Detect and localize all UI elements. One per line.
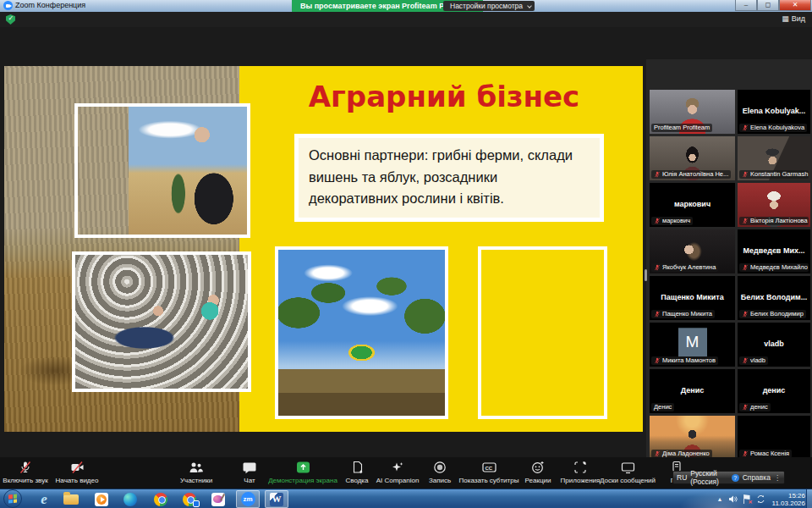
edge-icon bbox=[123, 493, 137, 506]
window-titlebar: Zoom Конференция Вы просматриваете экран… bbox=[0, 0, 812, 12]
participant-label: денис bbox=[750, 403, 768, 411]
participant-label: Якобчук Алевтина bbox=[662, 263, 716, 272]
participant-tile-konstantin[interactable]: Konstantin Garmash bbox=[738, 136, 810, 180]
ai-companion-button[interactable]: AI Companion bbox=[368, 460, 427, 487]
slide-title: Аграрний бізнес bbox=[250, 80, 639, 113]
captions-button[interactable]: CC Показать субтитры bbox=[453, 460, 525, 487]
muted-mic-icon bbox=[742, 357, 749, 364]
participant-tile-profiteam[interactable]: Profiteam Profiteam bbox=[650, 90, 735, 134]
muted-mic-icon bbox=[654, 264, 661, 271]
help-icon[interactable]: ? bbox=[732, 474, 739, 482]
participant-tile-denis-2[interactable]: денис денис bbox=[738, 369, 810, 413]
whiteboards-label: Доски сообщений bbox=[592, 477, 663, 484]
participants-button[interactable]: Участники bbox=[169, 460, 223, 487]
sync-icon[interactable] bbox=[756, 494, 765, 504]
taskbar-chrome[interactable] bbox=[149, 490, 173, 508]
zoom-app-icon bbox=[3, 1, 13, 10]
help-label[interactable]: Справка bbox=[743, 473, 771, 482]
unmute-button[interactable]: Включить звук bbox=[1, 460, 50, 487]
participant-name-center: Белих Володим... bbox=[738, 293, 810, 301]
participant-tile-yulia[interactable]: Юлія Анатоліївна Не... bbox=[650, 136, 735, 180]
participants-label: Участники bbox=[169, 477, 223, 484]
participant-label: Elena Kobulyakova bbox=[750, 124, 804, 132]
muted-mic-icon bbox=[654, 171, 661, 178]
language-bar[interactable]: RU Русский (Россия) ? Справка ⋮ bbox=[672, 471, 785, 484]
taskbar-file-explorer[interactable] bbox=[59, 490, 83, 508]
participant-name-center: маркович bbox=[650, 200, 735, 208]
start-button[interactable] bbox=[3, 489, 22, 508]
participant-label: маркович bbox=[662, 217, 690, 225]
taskbar-clock[interactable]: 15:2611.03.2026 bbox=[772, 492, 805, 507]
participant-tile-belykh[interactable]: Белих Володим... Белих Володимир bbox=[738, 276, 810, 320]
presentation-slide: Аграрний бізнес Основні партнери: грибні… bbox=[4, 66, 643, 432]
word-icon: W bbox=[270, 493, 283, 506]
windows-logo-icon bbox=[8, 494, 17, 503]
taskbar-media-player[interactable] bbox=[90, 490, 113, 508]
captions-label: Показать субтитры bbox=[453, 477, 525, 484]
system-tray: ▲ 15:2611.03.2026 bbox=[717, 489, 805, 508]
chat-button[interactable]: Чат bbox=[233, 460, 266, 487]
whiteboards-button[interactable]: Доски сообщений bbox=[592, 460, 663, 487]
participant-tile-denis-1[interactable]: Денис Денис bbox=[650, 369, 735, 413]
muted-mic-icon bbox=[654, 450, 661, 457]
slide-text-box: Основні партнери: грибні ферми, склади в… bbox=[294, 134, 604, 222]
hidden-icons-arrow[interactable]: ▲ bbox=[717, 496, 723, 502]
action-center-flag-icon[interactable] bbox=[743, 494, 751, 504]
taskbar-zoom-active[interactable]: zm bbox=[236, 490, 260, 508]
participant-name-center: Медведєв Мих... bbox=[738, 246, 810, 255]
muted-mic-icon bbox=[654, 218, 661, 224]
start-video-button[interactable]: Начать видео bbox=[50, 460, 104, 487]
speaker-icon[interactable] bbox=[728, 494, 738, 504]
window-title: Zoom Конференция bbox=[15, 1, 85, 9]
muted-mic-icon bbox=[654, 357, 661, 364]
participant-tile-yakobchuk[interactable]: Якобчук Алевтина bbox=[650, 229, 735, 273]
windows-taskbar: e zm W ▲ 15:2611.03.2026 bbox=[0, 489, 812, 508]
participants-icon bbox=[169, 461, 223, 476]
taskbar-edge[interactable] bbox=[118, 490, 142, 508]
mushroom-farm-photo bbox=[478, 246, 607, 419]
view-settings-label: Настройки просмотра bbox=[450, 2, 523, 10]
share-screen-label: Демонстрация экрана bbox=[264, 477, 342, 484]
participant-tile-medvedev[interactable]: Медведєв Мих... Медведєв Михайло ... bbox=[738, 229, 810, 273]
ai-sparkle-icon bbox=[368, 461, 427, 476]
taskbar-word-active[interactable]: W bbox=[265, 490, 288, 508]
close-button[interactable]: ✕ bbox=[779, 0, 811, 11]
participant-label: Белих Володимир bbox=[750, 310, 804, 318]
language-code[interactable]: RU bbox=[677, 473, 687, 482]
media-player-icon bbox=[95, 493, 108, 506]
security-shield-icon[interactable] bbox=[6, 14, 15, 25]
chat-label: Чат bbox=[233, 477, 266, 484]
panel-scrollbar[interactable] bbox=[645, 269, 647, 281]
participant-tile-mamontov[interactable]: M Микита Мамонтов bbox=[650, 323, 735, 367]
share-screen-button[interactable]: Демонстрация экрана bbox=[264, 460, 342, 487]
language-name[interactable]: Русский (Россия) bbox=[690, 469, 727, 486]
paint-icon bbox=[211, 493, 225, 506]
clock-date: 11.03.2026 bbox=[772, 500, 805, 507]
participant-tile-vladb[interactable]: vladb vladb bbox=[738, 323, 810, 367]
folder-icon bbox=[63, 494, 79, 505]
participant-tile-dima[interactable]: Діма Ладоненко bbox=[650, 416, 735, 460]
share-screen-icon bbox=[264, 461, 342, 476]
participant-tile-romas[interactable]: Ромас Ксенія bbox=[738, 416, 810, 460]
participant-tile-markovich[interactable]: маркович маркович bbox=[650, 183, 735, 227]
participant-tile-pashchenko[interactable]: Пащенко Микита Пащенко Микита bbox=[650, 276, 735, 320]
muted-mic-icon bbox=[742, 124, 749, 131]
show-desktop-button[interactable] bbox=[806, 489, 812, 508]
language-bar-menu-icon[interactable]: ⋮ bbox=[774, 474, 781, 482]
view-layout-label: Вид bbox=[792, 14, 805, 23]
participant-label: vladb bbox=[750, 356, 765, 365]
view-settings-button[interactable]: Настройки просмотра bbox=[443, 1, 535, 11]
participant-tile-elena[interactable]: Elena Kobulyak... Elena Kobulyakova bbox=[738, 90, 810, 134]
taskbar-chrome-profile[interactable] bbox=[178, 490, 201, 508]
whiteboard-icon bbox=[592, 461, 663, 476]
participant-tile-viktoria[interactable]: Вікторія Лактіонова bbox=[738, 183, 810, 227]
minimize-button[interactable]: – bbox=[735, 0, 757, 11]
zoom-icon: zm bbox=[241, 492, 255, 506]
maximize-button[interactable]: ◻ bbox=[757, 0, 779, 11]
taskbar-paint[interactable] bbox=[206, 490, 230, 508]
tree-nursery-photo bbox=[275, 246, 448, 419]
girl-planting-photo bbox=[74, 103, 250, 238]
taskbar-internet-explorer[interactable]: e bbox=[32, 490, 56, 508]
view-layout-button[interactable]: ▦Вид bbox=[782, 14, 805, 23]
unmute-label: Включить звук bbox=[1, 477, 50, 484]
